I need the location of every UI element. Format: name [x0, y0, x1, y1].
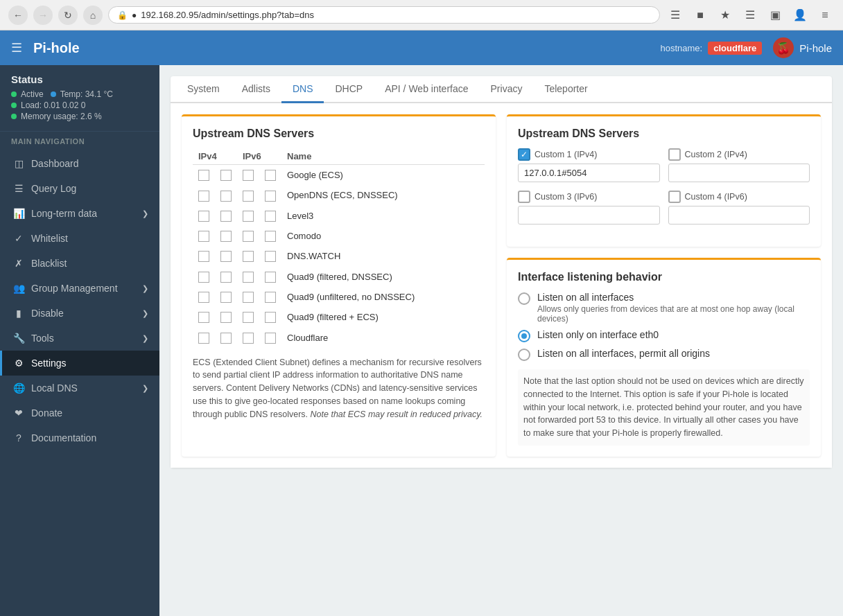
sidebar-icon[interactable]: ■	[690, 6, 710, 25]
ipv4-header: IPv4	[193, 148, 237, 165]
dns-checkbox-ipv6a[interactable]	[243, 312, 254, 323]
upstream-dns-right-panel: Upstream DNS Servers ✓ Custom 1 (IPv4)	[507, 114, 821, 247]
library-icon[interactable]: ☰	[740, 6, 760, 25]
dns-checkbox-ipv6b[interactable]	[265, 312, 276, 323]
radio-eth0-btn[interactable]	[518, 330, 530, 342]
sidebar-item-tools[interactable]: 🔧 Tools ❯	[0, 326, 159, 351]
tab-icon[interactable]: ▣	[765, 6, 785, 25]
dns-checkbox-ipv4b[interactable]	[220, 211, 232, 222]
pihole-logo-area: 🍒 Pi-hole	[773, 37, 832, 58]
dns-checkbox-ipv4a[interactable]	[198, 272, 209, 283]
dns-checkbox-ipv4b[interactable]	[220, 191, 232, 202]
dns-checkbox-ipv6a[interactable]	[243, 292, 254, 303]
sidebar-item-disable[interactable]: ▮ Disable ❯	[0, 301, 159, 326]
sidebar-item-whitelist[interactable]: ✓ Whitelist	[0, 226, 159, 251]
sidebar-item-documentation[interactable]: ? Documentation	[0, 425, 159, 450]
sidebar-item-label: Donate	[31, 407, 148, 419]
dns-checkbox-ipv4a[interactable]	[198, 170, 209, 181]
dns-checkbox-ipv6b[interactable]	[265, 211, 276, 222]
tab-adlists[interactable]: Adlists	[231, 76, 281, 103]
dns-checkbox-ipv4a[interactable]	[198, 251, 209, 262]
dns-checkbox-ipv4a[interactable]	[198, 231, 209, 242]
dns-checkbox-ipv4b[interactable]	[220, 170, 232, 181]
custom4-checkbox[interactable]	[668, 191, 681, 203]
custom3-input[interactable]	[518, 206, 660, 225]
reload-button[interactable]: ↻	[58, 6, 78, 25]
tab-dhcp[interactable]: DHCP	[324, 76, 374, 103]
dns-checkbox-ipv6a[interactable]	[243, 191, 254, 202]
dns-server-name: Comodo	[281, 226, 485, 246]
tab-dns[interactable]: DNS	[281, 76, 324, 103]
dns-checkbox-ipv4b[interactable]	[220, 292, 232, 303]
dns-checkbox-ipv4a[interactable]	[198, 211, 209, 222]
pihole-favicon: ●	[132, 10, 137, 20]
dns-checkbox-ipv4a[interactable]	[198, 312, 209, 323]
querylog-icon: ☰	[13, 183, 24, 194]
tab-teleporter[interactable]: Teleporter	[533, 76, 598, 103]
address-bar[interactable]: 🔒 ● 192.168.20.95/admin/settings.php?tab…	[108, 6, 660, 24]
radio-permit-all-btn[interactable]	[518, 349, 530, 361]
sidebar-item-query-log[interactable]: ☰ Query Log	[0, 176, 159, 201]
dns-server-name: DNS.WATCH	[281, 246, 485, 266]
dns-checkbox-ipv6b[interactable]	[265, 251, 276, 262]
custom3-checkbox[interactable]	[518, 191, 530, 203]
dns-checkbox-ipv4a[interactable]	[198, 292, 209, 303]
dns-checkbox-ipv6a[interactable]	[243, 272, 254, 283]
upstream-dns-title-right: Upstream DNS Servers	[518, 127, 810, 140]
radio-all-interfaces-btn[interactable]	[518, 292, 530, 305]
dns-checkbox-ipv6a[interactable]	[243, 251, 254, 262]
interface-title: Interface listening behavior	[518, 271, 810, 283]
dns-checkbox-ipv4a[interactable]	[198, 333, 209, 344]
reader-icon[interactable]: ☰	[666, 6, 685, 25]
sidebar-item-dashboard[interactable]: ◫ Dashboard	[0, 151, 159, 176]
dns-checkbox-ipv6a[interactable]	[243, 170, 254, 181]
sidebar-item-group-management[interactable]: 👥 Group Management ❯	[0, 276, 159, 301]
table-row: OpenDNS (ECS, DNSSEC)	[193, 185, 485, 205]
custom2-input[interactable]	[668, 164, 810, 182]
dns-checkbox-ipv6b[interactable]	[265, 272, 276, 283]
custom1-checkbox[interactable]: ✓	[518, 148, 530, 161]
dns-checkbox-ipv6b[interactable]	[265, 292, 276, 303]
dns-checkbox-ipv4b[interactable]	[220, 231, 232, 242]
dns-checkbox-ipv6b[interactable]	[265, 231, 276, 242]
dns-checkbox-ipv6b[interactable]	[265, 333, 276, 344]
custom4-input[interactable]	[668, 206, 810, 225]
dns-checkbox-ipv6a[interactable]	[243, 231, 254, 242]
custom2-checkbox[interactable]	[668, 148, 681, 161]
sidebar-item-blacklist[interactable]: ✗ Blacklist	[0, 251, 159, 276]
active-dot	[11, 91, 17, 97]
custom1-input[interactable]	[518, 164, 660, 182]
forward-button[interactable]: →	[33, 6, 53, 25]
custom2-group: Custom 2 (IPv4)	[668, 148, 810, 182]
dns-server-name: Quad9 (filtered, DNSSEC)	[281, 266, 485, 286]
tab-privacy[interactable]: Privacy	[480, 76, 534, 103]
content-area: System Adlists DNS DHCP API / Web interf…	[159, 65, 843, 616]
dns-checkbox-ipv4b[interactable]	[220, 333, 232, 344]
tab-system[interactable]: System	[176, 76, 231, 103]
dns-checkbox-ipv6a[interactable]	[243, 333, 254, 344]
hamburger-button[interactable]: ☰	[11, 40, 22, 55]
sidebar-item-long-term-data[interactable]: 📊 Long-term data ❯	[0, 201, 159, 226]
bookmark-icon[interactable]: ★	[715, 6, 735, 25]
tab-api-web[interactable]: API / Web interface	[374, 76, 479, 103]
dns-checkbox-ipv6b[interactable]	[265, 191, 276, 202]
dns-checkbox-ipv4b[interactable]	[220, 251, 232, 262]
dns-checkbox-ipv4b[interactable]	[220, 272, 232, 283]
status-title: Status	[11, 73, 148, 85]
chevron-right-icon: ❯	[142, 309, 148, 318]
sidebar-item-settings[interactable]: ⚙ Settings	[0, 351, 159, 376]
top-header: ☰ Pi-hole hostname: cloudflare 🍒 Pi-hole	[0, 30, 843, 65]
profile-icon[interactable]: 👤	[790, 6, 810, 25]
chevron-right-icon: ❯	[142, 284, 148, 293]
menu-icon[interactable]: ≡	[815, 6, 835, 25]
sidebar-item-local-dns[interactable]: 🌐 Local DNS ❯	[0, 376, 159, 401]
back-button[interactable]: ←	[8, 6, 28, 25]
dns-server-name: Quad9 (unfiltered, no DNSSEC)	[281, 287, 485, 307]
dns-checkbox-ipv6a[interactable]	[243, 211, 254, 222]
status-panel: Status Active Temp: 34.1 °C Load: 0.01 0…	[0, 65, 159, 132]
dns-checkbox-ipv6b[interactable]	[265, 170, 276, 181]
dns-checkbox-ipv4a[interactable]	[198, 191, 209, 202]
sidebar-item-donate[interactable]: ❤ Donate	[0, 401, 159, 425]
dns-checkbox-ipv4b[interactable]	[220, 312, 232, 323]
home-button[interactable]: ⌂	[83, 6, 103, 25]
